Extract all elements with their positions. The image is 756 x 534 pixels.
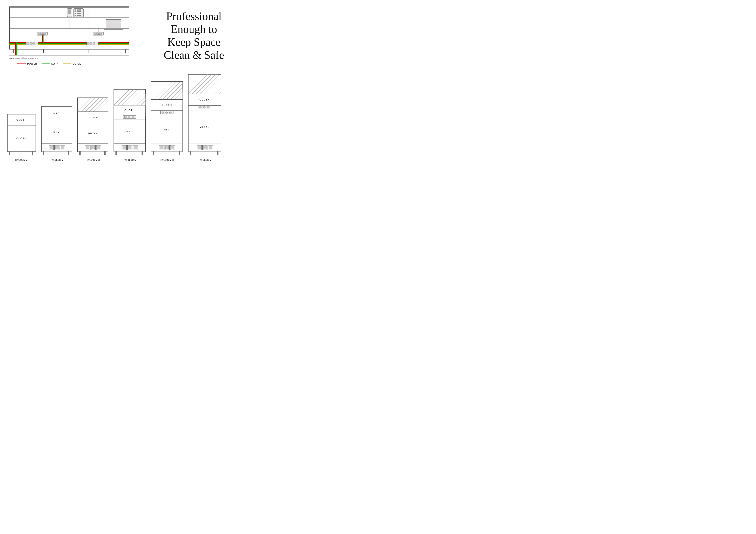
cabinet-height-label-5: H=1650MM	[198, 159, 212, 161]
svg-text:CLOTH: CLOTH	[124, 109, 135, 112]
svg-rect-12	[74, 11, 76, 12]
legend-voice: VOICE	[63, 63, 81, 65]
svg-rect-7	[68, 10, 71, 14]
svg-rect-107	[92, 146, 94, 149]
svg-rect-165	[170, 112, 172, 114]
legend-data-label: DATA	[51, 63, 59, 65]
svg-rect-84	[79, 151, 81, 155]
svg-rect-20	[79, 14, 81, 16]
svg-text:METAL: METAL	[124, 130, 135, 133]
svg-rect-19	[77, 14, 79, 16]
svg-rect-22	[104, 28, 123, 30]
svg-rect-105	[86, 146, 89, 149]
svg-rect-139	[128, 146, 131, 149]
cabinet-height-label-4: H=1500MM	[160, 159, 174, 161]
svg-rect-21	[106, 19, 121, 28]
svg-rect-78	[50, 146, 53, 149]
cabinet-height-label-3: H=1350MM	[122, 159, 137, 161]
svg-text:CLOTH: CLOTH	[200, 98, 210, 101]
cabinet-svg-4: CLOTHMFC	[150, 81, 183, 157]
legend-row: POWER DATA VOICE	[17, 63, 134, 65]
svg-rect-111	[116, 151, 117, 155]
svg-rect-60	[14, 56, 16, 56]
svg-rect-198	[207, 107, 209, 108]
cabinet-svg-2: CLOTHMETAL	[77, 97, 109, 157]
title-area: Professional Enough to Keep Space Clean …	[138, 7, 250, 65]
svg-rect-82	[61, 146, 64, 149]
svg-rect-80	[55, 146, 58, 149]
svg-rect-70	[43, 151, 44, 155]
svg-rect-163	[162, 112, 164, 114]
cabinet-unit-0: CLOTHCLOTHH=900MM	[7, 114, 37, 161]
svg-rect-48	[87, 43, 90, 44]
svg-rect-11	[79, 10, 81, 11]
cabinet-height-label-0: H=900MM	[15, 159, 28, 161]
svg-text:CLOTH: CLOTH	[162, 104, 172, 106]
cabinet-unit-4: CLOTHMFCH=1500MM	[150, 81, 183, 161]
svg-rect-44	[27, 43, 29, 44]
svg-rect-175	[190, 151, 191, 155]
data-line-icon	[41, 64, 50, 64]
svg-text:MFC: MFC	[53, 130, 60, 133]
svg-text:CLOTH: CLOTH	[16, 118, 27, 121]
svg-rect-13	[77, 11, 79, 12]
diagram-area: Matrix screen wiring management POWER DA…	[9, 7, 134, 65]
svg-rect-204	[203, 146, 206, 149]
svg-rect-132	[128, 116, 130, 118]
svg-rect-141	[134, 146, 137, 149]
svg-rect-85	[104, 151, 106, 155]
svg-rect-63	[32, 151, 33, 155]
svg-text:MFC: MFC	[164, 128, 170, 131]
svg-rect-16	[77, 13, 79, 14]
svg-rect-142	[151, 82, 183, 152]
cabinet-unit-5: CLOTHMETALH=1650MM	[187, 74, 222, 161]
cabinet-svg-5: CLOTHMETAL	[187, 74, 222, 157]
svg-rect-173	[171, 146, 174, 149]
svg-rect-50	[93, 43, 95, 44]
legend-power-label: POWER	[27, 63, 37, 65]
svg-rect-45	[30, 43, 32, 44]
svg-rect-10	[77, 10, 79, 11]
svg-rect-59	[14, 55, 19, 56]
svg-rect-18	[74, 14, 76, 16]
svg-text:METAL: METAL	[88, 132, 98, 135]
svg-rect-28	[94, 33, 96, 35]
svg-rect-49	[90, 43, 92, 44]
svg-rect-29	[96, 33, 99, 35]
svg-rect-133	[132, 116, 134, 118]
cabinet-unit-3: CLOTHMETALH=1350MM	[113, 89, 146, 161]
svg-rect-206	[209, 146, 212, 149]
legend-data: DATA	[41, 63, 59, 65]
desk-diagram	[9, 7, 129, 56]
svg-rect-24	[38, 33, 40, 35]
cabinet-svg-3: CLOTHMETAL	[113, 89, 146, 157]
svg-text:METAL: METAL	[200, 126, 210, 128]
bottom-section: CLOTHCLOTHH=900MMMFCMFCH=1050MMCLOTHMETA…	[0, 71, 258, 168]
power-line-icon	[17, 64, 26, 64]
svg-rect-46	[33, 43, 35, 44]
svg-rect-30	[99, 33, 101, 35]
cabinet-height-label-1: H=1050MM	[49, 159, 64, 161]
svg-rect-174	[188, 74, 221, 152]
cabinet-unit-2: CLOTHMETALH=1200MM	[77, 97, 109, 161]
svg-rect-171	[166, 146, 169, 149]
cabinet-svg-0: CLOTHCLOTH	[7, 114, 37, 157]
svg-rect-110	[114, 89, 146, 152]
svg-text:MFC: MFC	[53, 112, 60, 115]
svg-rect-15	[74, 13, 76, 14]
svg-rect-176	[217, 151, 218, 155]
svg-rect-137	[123, 146, 126, 149]
top-section: Matrix screen wiring management POWER DA…	[0, 0, 258, 67]
diagram-caption: Matrix screen wiring management	[9, 57, 134, 60]
svg-rect-9	[74, 10, 76, 11]
svg-rect-131	[124, 116, 126, 118]
cabinet-height-label-2: H=1200MM	[86, 159, 100, 161]
svg-rect-112	[142, 151, 143, 155]
svg-rect-26	[43, 33, 45, 35]
svg-rect-14	[79, 11, 81, 12]
svg-rect-62	[9, 151, 10, 155]
cabinet-svg-1: MFCMFC	[40, 106, 73, 157]
svg-rect-17	[79, 13, 81, 14]
main-title: Professional Enough to Keep Space Clean …	[164, 10, 224, 61]
legend-voice-label: VOICE	[73, 63, 81, 65]
